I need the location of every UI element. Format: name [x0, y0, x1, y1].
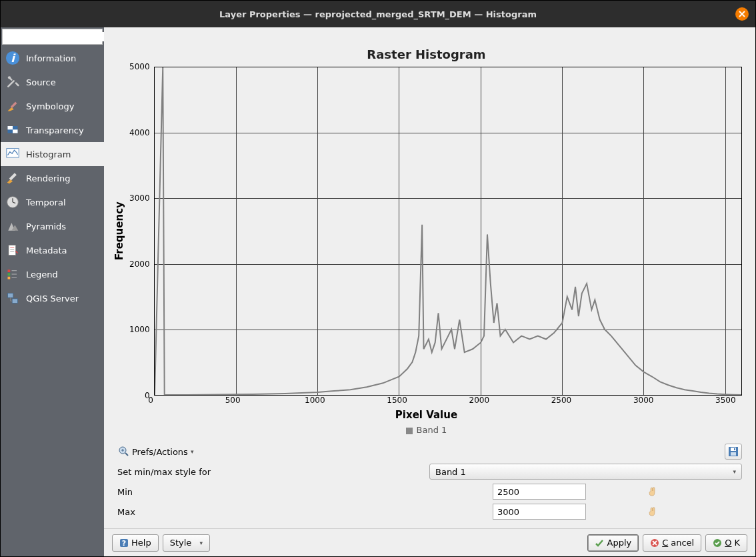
sidebar-item-pyramids[interactable]: Pyramids — [1, 214, 104, 238]
chart-title: Raster Histogram — [111, 47, 742, 61]
close-icon — [739, 11, 745, 17]
tools-icon — [5, 74, 21, 90]
chart-plot — [154, 67, 742, 396]
cancel-button[interactable]: Cancel — [643, 534, 701, 552]
sidebar-item-label: Metadata — [26, 245, 67, 255]
svg-rect-14 — [9, 245, 16, 255]
transparency-icon — [5, 122, 21, 138]
svg-rect-20 — [8, 277, 11, 280]
style-button[interactable]: Style ▾ — [163, 534, 210, 552]
clock-icon — [5, 194, 21, 210]
svg-rect-18 — [8, 269, 11, 272]
sidebar-item-label: Information — [26, 53, 76, 63]
pick-max-button[interactable] — [645, 504, 661, 520]
hand-icon — [647, 506, 658, 517]
chart-legend: Band 1 — [111, 425, 742, 435]
sidebar-item-label: Temporal — [26, 197, 66, 207]
svg-line-27 — [125, 453, 128, 456]
chart-xticks: 0500100015002000250030003500 — [151, 396, 742, 408]
server-icon — [5, 290, 21, 306]
sidebar-item-label: Rendering — [26, 173, 70, 183]
sidebar-item-label: QGIS Server — [26, 294, 79, 304]
sidebar-item-temporal[interactable]: Temporal — [1, 190, 104, 214]
sidebar-item-source[interactable]: Source — [1, 70, 104, 94]
ok-icon — [713, 538, 722, 548]
hand-icon — [647, 486, 658, 497]
main-panel: Raster Histogram Frequency 5000 4000 300… — [104, 27, 755, 556]
svg-point-4 — [8, 76, 11, 79]
sidebar: i Information Source Symbology Transpare… — [1, 27, 104, 556]
sidebar-item-histogram[interactable]: Histogram — [1, 142, 104, 166]
svg-rect-25 — [12, 299, 17, 304]
sidebar-item-label: Histogram — [26, 149, 71, 159]
sidebar-item-symbology[interactable]: Symbology — [1, 94, 104, 118]
svg-rect-19 — [8, 273, 11, 276]
legend-swatch — [406, 428, 413, 434]
sidebar-item-transparency[interactable]: Transparency — [1, 118, 104, 142]
chevron-down-icon: ▾ — [199, 540, 203, 546]
floppy-icon — [728, 446, 739, 457]
save-plot-button[interactable] — [725, 444, 742, 460]
ok-button[interactable]: OK — [705, 534, 747, 552]
chart-ylabel: Frequency — [111, 67, 128, 396]
sidebar-item-qgis-server[interactable]: QGIS Server — [1, 286, 104, 310]
apply-button[interactable]: Apply — [587, 534, 639, 552]
sidebar-item-label: Legend — [26, 269, 58, 280]
sidebar-item-label: Symbology — [26, 101, 74, 111]
chart-yticks: 5000 4000 3000 2000 1000 0 — [128, 62, 154, 400]
chevron-down-icon: ▾ — [733, 468, 736, 475]
help-icon: ? — [119, 538, 129, 548]
legend-label: Band 1 — [417, 425, 447, 435]
zoom-icon — [119, 446, 129, 457]
footer: ? Help Style ▾ Apply Cancel OK — [104, 528, 755, 556]
set-minmax-label: Set min/max style for — [117, 467, 424, 477]
max-input[interactable] — [493, 504, 586, 520]
paintbrush-icon — [5, 170, 21, 186]
sidebar-item-information[interactable]: i Information — [1, 46, 104, 70]
pick-min-button[interactable] — [645, 484, 661, 500]
svg-rect-24 — [8, 294, 13, 298]
sidebar-item-label: Source — [26, 77, 56, 87]
prefs-actions-button[interactable]: Prefs/Actions ▾ — [117, 445, 195, 458]
sidebar-item-rendering[interactable]: Rendering — [1, 166, 104, 190]
cancel-icon — [650, 538, 659, 548]
chart-xlabel: Pixel Value — [111, 409, 742, 421]
min-input[interactable] — [493, 484, 586, 500]
svg-rect-5 — [11, 102, 17, 108]
svg-text:?: ? — [122, 539, 126, 548]
document-icon — [5, 242, 21, 258]
search-input[interactable] — [5, 32, 108, 41]
close-button[interactable] — [735, 7, 749, 21]
sidebar-item-label: Transparency — [26, 125, 84, 135]
sidebar-item-legend[interactable]: Legend — [1, 262, 104, 286]
svg-rect-7 — [8, 126, 13, 129]
svg-rect-8 — [13, 129, 18, 133]
sidebar-item-metadata[interactable]: Metadata — [1, 238, 104, 262]
window-title: Layer Properties — reprojected_merged_SR… — [219, 9, 537, 19]
svg-rect-33 — [734, 448, 735, 450]
band-select[interactable]: Band 1 ▾ — [429, 464, 742, 480]
legend-icon — [5, 266, 21, 282]
titlebar: Layer Properties — reprojected_merged_SR… — [1, 1, 755, 27]
svg-rect-10 — [9, 173, 17, 180]
info-icon: i — [5, 50, 21, 66]
search-wrap — [2, 29, 103, 45]
chevron-down-icon: ▾ — [191, 448, 194, 455]
brush-icon — [5, 98, 21, 114]
pyramids-icon — [5, 218, 21, 234]
sidebar-item-label: Pyramids — [26, 221, 66, 231]
svg-rect-32 — [731, 452, 736, 456]
check-icon — [595, 538, 604, 548]
max-label: Max — [117, 507, 487, 517]
histogram-icon — [5, 146, 21, 162]
help-button[interactable]: ? Help — [112, 534, 159, 552]
min-label: Min — [117, 487, 487, 497]
